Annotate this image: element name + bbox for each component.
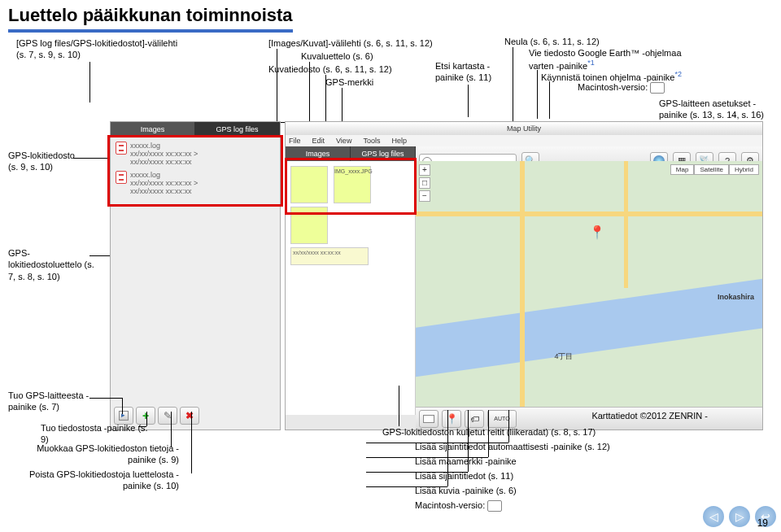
log-entry[interactable]: xxxxx.log xx/xx/xxxx xx:xx:xx > xx/xx/xx… xyxy=(116,171,275,195)
callout-gps-settings: GPS-laitteen asetukset -painike (s. 13, … xyxy=(659,98,765,121)
zoom-reset-button[interactable]: □ xyxy=(419,177,430,189)
tab-images[interactable]: Images xyxy=(111,122,195,137)
callout-edit-log: Muokkaa GPS-lokitiedoston tietoja -paini… xyxy=(33,443,179,466)
callout-tab-images: [Images/Kuvat]-välilehti (s. 6, s. 11, s… xyxy=(268,37,472,49)
thumbnail[interactable] xyxy=(290,166,328,203)
map-type-satellite[interactable]: Satellite xyxy=(694,164,728,175)
page-title: Luettelo pääikkunan toiminnoista xyxy=(0,0,781,28)
log-entry[interactable]: xxxxx.log xx/xx/xxxx xx:xx:xx > xx/xx/xx… xyxy=(116,142,275,166)
thumbnail-list: IMG_xxxx.JPG xx/xx/xxxx xx:xx:xx xyxy=(286,161,416,415)
callout-pin: Neula (s. 6, s. 11, s. 12) xyxy=(504,36,626,47)
zoom-out-button[interactable]: − xyxy=(419,190,430,202)
callout-export-ge: Vie tiedosto Google Earth™ -ohjelmaa var… xyxy=(529,47,700,72)
diagram-area: [GPS log files/GPS-lokitiedostot]-välile… xyxy=(8,36,773,532)
callout-delete-log: Poista GPS-lokitiedostoja luettelosta -p… xyxy=(24,469,179,492)
edit-log-button[interactable]: ✎ xyxy=(158,407,177,425)
menu-help[interactable]: Help xyxy=(391,137,407,145)
title-underline xyxy=(8,29,293,33)
log-panel: Images GPS log files xxxxx.log xx/xx/xxx… xyxy=(110,121,281,430)
callout-image-file: Kuvatiedosto (s. 6, s. 11, s. 12) xyxy=(268,63,392,75)
callout-loglist: GPS-lokitiedostoluettelo (s. 7, s. 8, s.… xyxy=(8,247,98,282)
callout-mac1: Macintosh-versio: xyxy=(578,81,665,94)
auto-add-button[interactable]: AUTO xyxy=(487,410,517,428)
callout-tracks: GPS-lokitiedoston kuljetut reitit (liike… xyxy=(382,426,596,438)
window-titlebar: Map Utility xyxy=(286,122,762,135)
mac-icon xyxy=(650,82,665,94)
wtab-logs[interactable]: GPS log files xyxy=(351,146,416,161)
nav-prev-button[interactable]: ◁ xyxy=(703,506,724,527)
wtab-images[interactable]: Images xyxy=(286,146,351,161)
callout-tab-gps: [GPS log files/GPS-lokitiedostot]-välile… xyxy=(16,37,179,61)
callout-search: Etsi kartasta -painike (s. 11) xyxy=(435,60,500,84)
thumbnail[interactable] xyxy=(290,207,328,244)
map-view[interactable]: + □ − Map Satellite Hybrid 📍 Inokashira … xyxy=(416,161,762,415)
page-number: 19 xyxy=(757,517,768,529)
map-label-street: 4丁目 xyxy=(554,351,573,362)
callout-logfile: GPS-lokitiedosto (s. 9, s. 10) xyxy=(8,150,81,173)
tab-logfiles[interactable]: GPS log files xyxy=(195,122,280,137)
add-location-button[interactable]: 📍 xyxy=(442,410,461,428)
app-window: Map Utility File Edit View Tools Help Im… xyxy=(285,121,763,430)
log-file-icon xyxy=(116,171,127,184)
map-type-hybrid[interactable]: Hybrid xyxy=(729,164,759,175)
menu-file[interactable]: File xyxy=(289,137,301,145)
map-type-map[interactable]: Map xyxy=(670,164,695,175)
callout-gps-marker: GPS-merkki xyxy=(325,76,373,88)
zoom-in-button[interactable]: + xyxy=(419,164,430,176)
callout-mac2: Macintosh-versio: xyxy=(415,499,502,512)
menubar[interactable]: File Edit View Tools Help xyxy=(286,135,762,146)
map-label-inokashira: Inokashira xyxy=(718,293,754,301)
thumbnail[interactable]: IMG_xxxx.JPG xyxy=(334,166,371,203)
menu-view[interactable]: View xyxy=(336,137,351,145)
callout-import-device: Tuo GPS-laitteesta -painike (s. 7) xyxy=(8,390,106,413)
nav-next-button[interactable]: ▷ xyxy=(729,506,750,527)
map-pin-icon[interactable]: 📍 xyxy=(589,225,605,240)
log-file-icon xyxy=(116,142,127,155)
add-images-button[interactable] xyxy=(419,410,438,428)
callout-map-credit: Karttatiedot ©2012 ZENRIN - xyxy=(545,410,708,421)
mac-icon xyxy=(487,500,502,512)
callout-thumb-list: Kuvaluettelo (s. 6) xyxy=(301,50,373,62)
menu-tools[interactable]: Tools xyxy=(363,137,380,145)
delete-log-button[interactable]: ✖ xyxy=(180,407,199,425)
menu-edit[interactable]: Edit xyxy=(312,137,325,145)
map-zoom-controls[interactable]: + □ − xyxy=(419,164,430,203)
thumbnail-note: xx/xx/xxxx xx:xx:xx xyxy=(290,247,369,265)
